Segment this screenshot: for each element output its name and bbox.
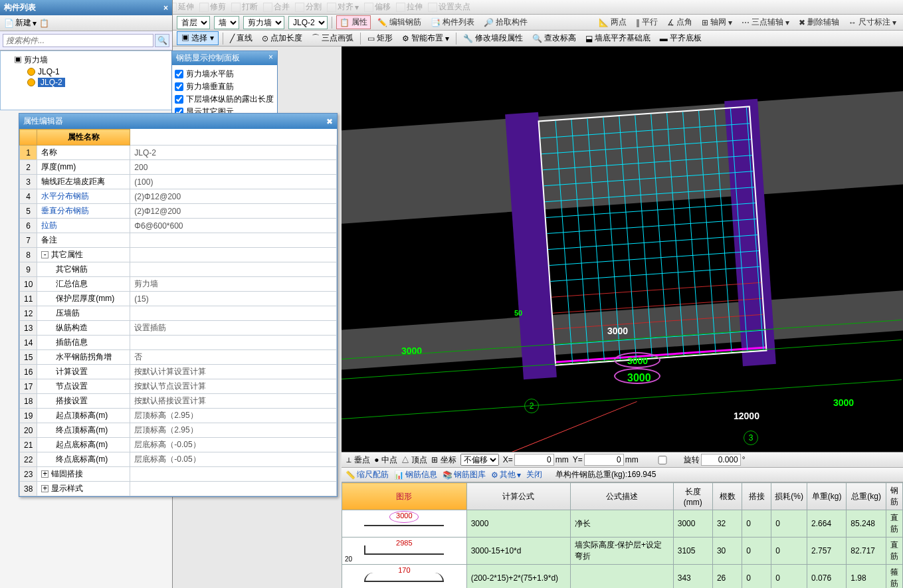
property-row[interactable]: 21起点底标高(m)层底标高（-0.05）: [20, 438, 337, 452]
close-icon[interactable]: ×: [268, 52, 273, 64]
property-row[interactable]: 9其它钢筋: [20, 262, 337, 277]
gear-icon: [27, 78, 35, 86]
dim-3000-grid: 3000: [607, 326, 628, 336]
component-list-button[interactable]: 📑构件列表: [428, 16, 477, 29]
property-row[interactable]: 22终点底标高(m)层底标高（-0.05）: [20, 452, 337, 467]
highlight-circle-bot: [614, 368, 660, 384]
context-toolbar: 首层 墙 剪力墙 JLQ-2 📋属性 ✏️编辑钢筋 📑构件列表 🔎拾取构件 📐两…: [173, 15, 903, 31]
rebar-lib-link[interactable]: 📚钢筋图库: [443, 469, 486, 480]
property-row[interactable]: 14插筋信息: [20, 336, 337, 350]
rotate-check[interactable]: [643, 456, 682, 464]
category-select[interactable]: 墙: [214, 16, 239, 29]
rotate-input[interactable]: [701, 454, 741, 466]
axis-3: 3: [744, 431, 758, 445]
wall-base-button[interactable]: ⬓墙底平齐基础底: [583, 32, 653, 45]
check-elevation-button[interactable]: 🔍查改标高: [530, 32, 579, 45]
property-editor-title[interactable]: 属性编辑器✖: [19, 114, 337, 129]
toolbar-offset: 偏移: [364, 1, 391, 13]
property-row[interactable]: 8-其它属性: [20, 248, 337, 262]
dimension-button[interactable]: ↔尺寸标注▾: [846, 16, 899, 29]
delete-aux-button[interactable]: ✖删除辅轴: [796, 16, 842, 29]
toolbar-trim: 修剪: [199, 1, 226, 13]
property-row[interactable]: 1名称JLQ-2: [20, 146, 337, 160]
attribute-button[interactable]: 📋属性: [336, 15, 371, 29]
property-row[interactable]: 4水平分布钢筋(2)Φ12@200: [20, 189, 337, 204]
new-button[interactable]: 📄新建 ▾: [4, 17, 37, 29]
drawing-canvas[interactable]: 3000 3000 3000 3000 3000 12000 2 3 50: [342, 47, 903, 452]
property-row[interactable]: 7备注: [20, 233, 337, 248]
property-row[interactable]: 23+锚固搭接: [20, 467, 337, 482]
rebar-opt-vertical[interactable]: 剪力墙垂直筋: [175, 80, 274, 93]
property-row[interactable]: 17节点设置按默认节点设置计算: [20, 379, 337, 394]
property-row[interactable]: 15水平钢筋拐角增否: [20, 350, 337, 365]
result-table[interactable]: 图形 计算公式 公式描述 长度(mm) 根数 搭接 损耗(%) 单重(kg) 总…: [342, 482, 903, 588]
result-row[interactable]: 298520 3000-15+10*d墙实际高度-保护层+设定弯折310530 …: [342, 538, 903, 565]
property-row[interactable]: 13纵筋构造设置插筋: [20, 321, 337, 336]
item-select[interactable]: JLQ-2: [288, 16, 328, 29]
info-bar: 📏缩尺配筋 📊钢筋信息 📚钢筋图库 ⚙其他▾ 关闭 单构件钢筋总重(kg):16…: [342, 468, 903, 482]
rebar-info-link[interactable]: 📊钢筋信息: [394, 469, 437, 480]
point-length-button[interactable]: ⊙点加长度: [259, 32, 305, 45]
parallel-button[interactable]: ‖平行: [633, 16, 660, 29]
floor-select[interactable]: 首层: [177, 16, 210, 29]
close-icon[interactable]: ×: [163, 3, 168, 13]
edit-rebar-button[interactable]: ✏️编辑钢筋: [375, 16, 424, 29]
rebar-opt-horizontal[interactable]: 剪力墙水平筋: [175, 68, 274, 80]
toolbar-split: 分割: [295, 1, 322, 13]
line-button[interactable]: ╱直线: [227, 32, 255, 45]
property-row[interactable]: 11保护层厚度(mm)(15): [20, 292, 337, 306]
rebar-opt-lower-extend[interactable]: 下层墙体纵筋的露出长度: [175, 93, 274, 106]
modify-segment-button[interactable]: 🔧修改墙段属性: [460, 32, 526, 45]
copy-icon[interactable]: 📋: [39, 19, 49, 28]
toolbar-stretch: 拉伸: [396, 1, 423, 13]
snap-mid[interactable]: ● 中点: [374, 454, 397, 466]
property-row[interactable]: 5垂直分布钢筋(2)Φ12@200: [20, 204, 337, 219]
other-link[interactable]: ⚙其他▾: [491, 469, 521, 480]
property-row[interactable]: 38+显示样式: [20, 482, 337, 496]
search-button[interactable]: 🔍: [155, 34, 169, 47]
rect-button[interactable]: ▭矩形: [365, 32, 395, 45]
close-icon[interactable]: ✖: [326, 117, 333, 126]
snap-perp[interactable]: ⊥ 垂点: [346, 454, 370, 466]
property-row[interactable]: 20终点顶标高(m)层顶标高（2.95）: [20, 423, 337, 438]
rebar-panel-title[interactable]: 钢筋显示控制面板×: [172, 51, 277, 65]
type-select[interactable]: 剪力墙: [243, 16, 284, 29]
property-row[interactable]: 19起点顶标高(m)层顶标高（2.95）: [20, 409, 337, 423]
property-row[interactable]: 12压墙筋: [20, 306, 337, 321]
tree-item-jlq1[interactable]: JLQ-1: [3, 66, 169, 77]
toolbar-break: 打断: [231, 1, 258, 13]
property-row[interactable]: 10汇总信息剪力墙: [20, 277, 337, 292]
flat-base-button[interactable]: ▬平齐底板: [657, 32, 704, 45]
axis-grid-button[interactable]: ⊞轴网▾: [699, 16, 735, 29]
three-point-aux-button[interactable]: ⋯三点辅轴▾: [739, 16, 792, 29]
component-tree[interactable]: ▣ 剪力墙 JLQ-1 JLQ-2: [0, 50, 172, 110]
snap-bar: ⊥ 垂点 ● 中点 △ 顶点 ⊞ 坐标 不偏移 X=mm Y=mm 旋转°: [342, 452, 903, 468]
two-point-button[interactable]: 📐两点: [596, 16, 629, 29]
property-row[interactable]: 2厚度(mm)200: [20, 160, 337, 175]
property-row[interactable]: 3轴线距左墙皮距离(100): [20, 175, 337, 189]
offset-select[interactable]: 不偏移: [460, 454, 499, 466]
tree-root[interactable]: ▣ 剪力墙: [3, 54, 169, 66]
smart-layout-button[interactable]: ⚙智能布置▾: [399, 32, 452, 45]
result-row[interactable]: 170 (200-2*15)+2*(75+1.9*d)34326 000.076…: [342, 565, 903, 589]
property-row[interactable]: 6拉筋Φ6@600*600: [20, 219, 337, 233]
y-input[interactable]: [584, 454, 624, 466]
select-button[interactable]: ▣ 选择 ▾: [177, 31, 219, 45]
snap-coord[interactable]: ⊞ 坐标: [431, 454, 456, 466]
property-row[interactable]: 18搭接设置按默认搭接设置计算: [20, 394, 337, 409]
property-row[interactable]: 16计算设置按默认计算设置计算: [20, 365, 337, 379]
x-input[interactable]: [514, 454, 554, 466]
dim-12000: 12000: [734, 411, 759, 421]
tree-item-jlq2[interactable]: JLQ-2: [3, 77, 169, 88]
scale-rebar-link[interactable]: 📏缩尺配筋: [346, 469, 389, 480]
search-input[interactable]: [3, 34, 153, 47]
dim-50: 50: [514, 309, 522, 317]
three-point-arc-button[interactable]: ⌒三点画弧: [309, 32, 356, 45]
close-link[interactable]: 关闭: [526, 469, 542, 480]
result-row[interactable]: 3000 3000净长300032 002.66485.248直筋: [342, 510, 903, 538]
property-table[interactable]: 属性名称属性值 1名称JLQ-22厚度(mm)2003轴线距左墙皮距离(100)…: [19, 129, 337, 496]
highlight-circle-top: [614, 352, 660, 368]
pick-component-button[interactable]: 🔎拾取构件: [481, 16, 530, 29]
point-angle-button[interactable]: ∡点角: [664, 16, 695, 29]
snap-top[interactable]: △ 顶点: [401, 454, 427, 466]
